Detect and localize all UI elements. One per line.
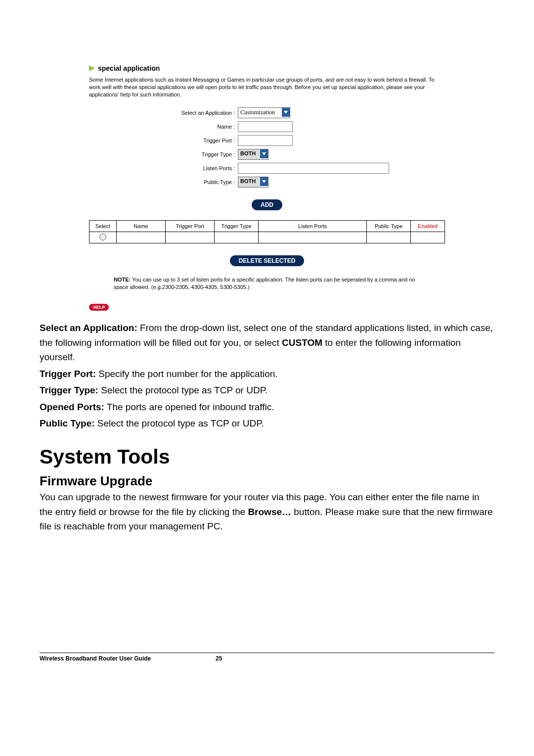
browse-word: Browse… (248, 507, 291, 517)
trigger-port-label: Trigger Port : (89, 138, 238, 143)
chevron-down-icon (260, 177, 268, 186)
doc-paragraph: You can upgrade to the newest firmware f… (40, 490, 494, 533)
doc-paragraph: Opened Ports: The ports are opened for i… (40, 400, 494, 414)
trigger-type-value: BOTH (238, 149, 260, 159)
special-application-panel: special application Some Internet applic… (89, 64, 445, 311)
select-application-label: Select an Application : (89, 110, 238, 116)
row-select-cell (89, 232, 117, 243)
public-type-label: Public Type : (89, 179, 238, 185)
name-input[interactable] (238, 121, 293, 132)
row-listen-ports-cell (259, 232, 367, 243)
help-badge[interactable]: HELP (89, 304, 109, 311)
row-trigger-type-cell (215, 232, 259, 243)
row-trigger-port-cell (166, 232, 215, 243)
note-text: You can use up to 3 set of listen ports … (114, 277, 415, 290)
row-select-radio[interactable] (99, 234, 106, 240)
public-type-value: BOTH (238, 177, 260, 187)
add-button[interactable]: ADD (252, 199, 282, 210)
col-name: Name (117, 220, 166, 232)
trigger-port-doc-label: Trigger Port: (40, 369, 96, 379)
row-name-cell (117, 232, 166, 243)
chevron-down-icon (260, 149, 268, 158)
footer-left: Wireless Broadband Router User Guide (40, 655, 151, 662)
trigger-type-dropdown[interactable]: BOTH (238, 149, 268, 160)
listen-ports-label: Listen Ports : (89, 165, 238, 171)
page-footer: Wireless Broadband Router User Guide 25 (40, 653, 494, 662)
col-listen-ports: Listen Ports (259, 220, 367, 232)
note-label: NOTE: (114, 277, 131, 283)
firmware-upgrade-heading: Firmware Upgrade (40, 473, 494, 489)
col-public-type: Public Type (367, 220, 411, 232)
select-application-dropdown[interactable]: Customization (238, 107, 290, 118)
footer-page-number: 25 (216, 655, 222, 662)
select-application-value: Customization (238, 108, 282, 118)
trigger-port-input[interactable] (238, 135, 293, 146)
col-select: Select (89, 220, 117, 232)
panel-title: special application (98, 64, 160, 72)
system-tools-heading: System Tools (40, 445, 494, 469)
rules-table: Select Name Trigger Port Trigger Type Li… (89, 220, 445, 243)
listen-ports-input[interactable] (238, 163, 389, 174)
col-trigger-type: Trigger Type (215, 220, 259, 232)
row-enabled-cell (411, 232, 445, 243)
panel-header: special application (89, 64, 445, 72)
select-app-doc-label: Select an Application: (40, 323, 137, 333)
opened-ports-doc-label: Opened Ports: (40, 402, 104, 412)
note-block: NOTE: You can use up to 3 set of listen … (89, 276, 445, 291)
trigger-type-doc-label: Trigger Type: (40, 385, 98, 395)
trigger-port-doc-text: Specify the port number for the applicat… (96, 369, 278, 379)
public-type-doc-label: Public Type: (40, 418, 95, 428)
delete-selected-button[interactable]: DELETE SELECTED (230, 255, 305, 266)
trigger-type-doc-text: Select the protocol type as TCP or UDP. (98, 385, 267, 395)
trigger-type-label: Trigger Type : (89, 151, 238, 157)
doc-paragraph: Trigger Port: Specify the port number fo… (40, 367, 494, 381)
doc-paragraph: Select an Application: From the drop-dow… (40, 321, 494, 364)
table-header-row: Select Name Trigger Port Trigger Type Li… (89, 220, 445, 232)
col-enabled: Enabled (411, 220, 445, 232)
table-row (89, 232, 445, 243)
row-public-type-cell (367, 232, 411, 243)
custom-word: CUSTOM (282, 337, 322, 348)
panel-description: Some Internet applications such as Insta… (89, 76, 445, 98)
public-type-dropdown[interactable]: BOTH (238, 177, 268, 188)
col-trigger-port: Trigger Port (166, 220, 215, 232)
chevron-down-icon (282, 108, 290, 117)
form-area: Select an Application : Customization Na… (89, 107, 445, 188)
opened-ports-doc-text: The ports are opened for inbound traffic… (104, 402, 274, 412)
name-label: Name : (89, 124, 238, 130)
arrow-icon (89, 65, 95, 71)
doc-paragraph: Public Type: Select the protocol type as… (40, 416, 494, 430)
doc-paragraph: Trigger Type: Select the protocol type a… (40, 383, 494, 397)
public-type-doc-text: Select the protocol type as TCP or UDP. (95, 418, 264, 428)
